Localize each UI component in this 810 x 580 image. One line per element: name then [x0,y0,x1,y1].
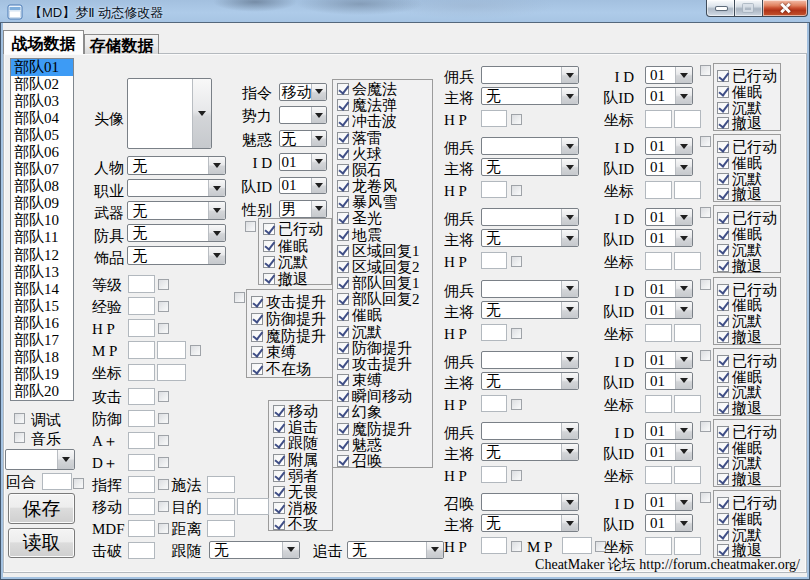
close-button[interactable] [762,0,808,17]
ai-checkbox[interactable] [273,470,285,482]
merc-status-checkbox[interactable] [717,402,729,414]
merc-team-combobox[interactable]: 01 [645,301,693,319]
status-checkbox[interactable] [263,273,275,285]
troop-list-item[interactable]: 部队05 [11,127,73,144]
merc-coord-y-input[interactable] [674,181,701,199]
troop-list-item[interactable]: 部队14 [11,281,73,298]
dropdown-arrow[interactable] [675,302,692,318]
merc-id-combobox[interactable]: 01 [645,66,693,84]
job-combobox[interactable] [127,179,226,198]
merc-unit-combobox[interactable] [481,280,579,298]
merc-hp-checkbox[interactable] [511,114,522,125]
dropdown-arrow[interactable] [57,450,74,469]
dropdown-arrow[interactable] [675,138,692,154]
merc-hp-input[interactable] [481,466,507,483]
merc-coord-y-input[interactable] [674,324,701,342]
merc-leader-combobox[interactable]: 无 [481,301,579,319]
cast-input[interactable] [207,476,235,494]
merc-hp-checkbox[interactable] [511,399,522,410]
move-input[interactable] [128,498,155,516]
summon-leader-combobox[interactable]: 无 [481,514,579,532]
ai-checkbox[interactable] [273,486,285,498]
merc-coord-x-input[interactable] [645,252,672,270]
troop-list-item[interactable]: 部队17 [11,332,73,349]
magic-checkbox[interactable] [337,342,349,354]
attack-input[interactable] [128,388,155,406]
merc-hp-checkbox[interactable] [511,256,522,267]
summon-status-checkbox[interactable] [717,513,729,525]
minimize-button[interactable] [706,0,735,17]
dropdown-arrow[interactable] [561,159,578,175]
troop-list-item[interactable]: 部队20 [11,383,73,400]
ai-checkbox[interactable] [273,518,285,530]
status-checkbox[interactable] [263,256,275,268]
dropdown-arrow[interactable] [208,180,225,197]
level-checkbox[interactable] [158,279,169,290]
merc-leader-combobox[interactable]: 无 [481,372,579,390]
avatar-combobox[interactable] [127,78,212,149]
merc-team-combobox[interactable]: 01 [645,372,693,390]
troop-list-item[interactable]: 部队06 [11,144,73,161]
merc-coord-y-input[interactable] [674,252,701,270]
magic-checkbox[interactable] [337,390,349,402]
preset-combobox[interactable] [5,449,75,470]
merc-master-checkbox[interactable] [700,136,711,147]
merc-id-combobox[interactable]: 01 [645,137,693,155]
merc-coord-x-input[interactable] [645,181,672,199]
merc-status-checkbox[interactable] [717,188,729,200]
dropdown-arrow[interactable] [311,178,326,194]
merc-leader-combobox[interactable]: 无 [481,229,579,247]
troop-list-item[interactable]: 部队01 [11,59,73,76]
troop-list-item[interactable]: 部队07 [11,161,73,178]
merc-coord-x-input[interactable] [645,466,672,484]
dropdown-arrow[interactable] [675,88,692,104]
merc-master-checkbox[interactable] [700,421,711,432]
mp-checkbox[interactable] [190,345,201,356]
merc-hp-input[interactable] [481,110,507,127]
dropdown-arrow[interactable] [282,542,299,558]
troop-list-item[interactable]: 部队11 [11,229,73,246]
dropdown-arrow[interactable] [675,352,692,368]
maximize-button[interactable] [735,0,762,17]
merc-team-combobox[interactable]: 01 [645,229,693,247]
load-button[interactable]: 读取 [8,528,75,558]
summon-status-checkbox[interactable] [717,544,729,556]
dropdown-arrow[interactable] [675,230,692,246]
merc-hp-input[interactable] [481,252,507,269]
merc-status-checkbox[interactable] [717,228,729,240]
dropdown-arrow[interactable] [675,373,692,389]
defense-input[interactable] [128,410,155,428]
merc-status-checkbox[interactable] [717,386,729,398]
merc-hp-input[interactable] [481,324,507,341]
troop-list-item[interactable]: 部队10 [11,212,73,229]
troop-list-item[interactable]: 部队08 [11,178,73,195]
dropdown-arrow[interactable] [675,494,692,510]
defense-checkbox[interactable] [158,413,169,424]
buff-master-checkbox[interactable] [234,292,245,303]
attack-checkbox[interactable] [158,391,169,402]
merc-id-combobox[interactable]: 01 [645,280,693,298]
magic-checkbox[interactable] [337,115,349,127]
dropdown-arrow[interactable] [311,84,326,100]
debug-checkbox[interactable] [14,413,25,424]
distance-input[interactable] [207,520,235,538]
merc-leader-combobox[interactable]: 无 [481,158,579,176]
dropdown-arrow[interactable] [561,352,578,368]
mp-input-2[interactable] [157,341,186,359]
dropdown-arrow[interactable] [561,423,578,439]
dropdown-arrow[interactable] [675,281,692,297]
purpose-input[interactable] [207,498,235,516]
team-id-combobox[interactable]: 01 [279,177,327,195]
dropdown-arrow[interactable] [561,67,578,83]
magic-checkbox[interactable] [337,406,349,418]
merc-status-checkbox[interactable] [717,212,729,224]
magic-checkbox[interactable] [337,245,349,257]
status-master-checkbox[interactable] [245,221,256,232]
dropdown-arrow[interactable] [561,302,578,318]
merc-team-combobox[interactable]: 01 [645,87,693,105]
mp-input[interactable] [128,341,155,359]
merc-hp-checkbox[interactable] [511,328,522,339]
magic-checkbox[interactable] [337,83,349,95]
dropdown-arrow[interactable] [675,515,692,531]
person-combobox[interactable]: 无 [127,156,226,175]
